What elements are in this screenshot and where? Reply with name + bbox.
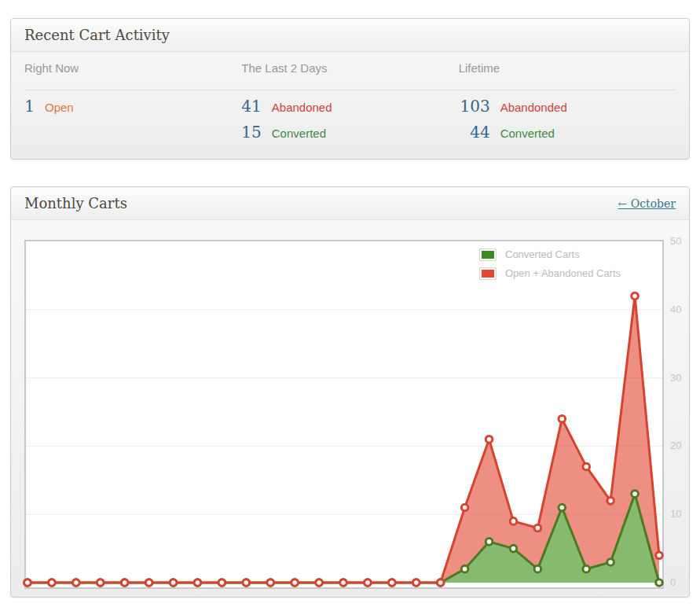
chart-plot-area[interactable]: Converted CartsOpen + Abandoned Carts bbox=[24, 240, 664, 589]
data-point-marker[interactable] bbox=[486, 539, 493, 546]
data-point-marker[interactable] bbox=[170, 579, 177, 587]
legend-label: Converted Carts bbox=[505, 248, 580, 260]
data-point-marker[interactable] bbox=[49, 579, 56, 587]
data-point-marker[interactable] bbox=[412, 579, 420, 587]
data-point-marker[interactable] bbox=[316, 579, 323, 587]
y-axis-tick-label: 30 bbox=[670, 372, 694, 384]
data-point-marker[interactable] bbox=[510, 545, 517, 552]
y-axis-tick-label: 50 bbox=[670, 235, 694, 247]
previous-month-link[interactable]: ← October bbox=[618, 197, 676, 210]
stat-row: 44Converted bbox=[459, 123, 676, 143]
column-header-right-now: Right Now bbox=[24, 61, 241, 75]
stat-label: Converted bbox=[272, 127, 326, 140]
stat-value: 103 bbox=[459, 97, 490, 116]
data-point-marker[interactable] bbox=[437, 579, 444, 587]
stat-value: 15 bbox=[241, 123, 261, 142]
data-point-marker[interactable] bbox=[145, 579, 152, 587]
stat-label: Abandonded bbox=[500, 101, 567, 114]
recent-cart-activity-header: Recent Cart Activity bbox=[11, 19, 689, 52]
data-point-marker[interactable] bbox=[461, 565, 468, 572]
stat-label: Converted bbox=[500, 127, 555, 140]
data-point-marker[interactable] bbox=[218, 579, 225, 587]
data-point-marker[interactable] bbox=[291, 579, 299, 587]
monthly-carts-panel: Monthly Carts ← October Converted CartsO… bbox=[10, 186, 690, 598]
column-header-lifetime: Lifetime bbox=[459, 61, 676, 75]
data-point-marker[interactable] bbox=[267, 579, 274, 587]
recent-cart-activity-panel: Recent Cart Activity Right Now The Last … bbox=[10, 18, 690, 160]
data-point-marker[interactable] bbox=[559, 415, 566, 422]
stat-row: 103Abandonded bbox=[459, 97, 676, 117]
data-point-marker[interactable] bbox=[583, 463, 590, 470]
data-point-marker[interactable] bbox=[656, 552, 663, 559]
data-point-marker[interactable] bbox=[607, 498, 614, 505]
data-point-marker[interactable] bbox=[194, 579, 201, 587]
data-point-marker[interactable] bbox=[656, 579, 663, 587]
data-point-marker[interactable] bbox=[340, 579, 347, 587]
column-header-last-2-days: The Last 2 Days bbox=[241, 61, 458, 75]
legend-label: Open + Abandoned Carts bbox=[505, 267, 621, 279]
data-point-marker[interactable] bbox=[510, 518, 517, 525]
data-point-marker[interactable] bbox=[632, 292, 639, 300]
legend-item: Converted Carts bbox=[480, 248, 621, 260]
recent-cart-activity-body: Right Now The Last 2 Days Lifetime 1Open… bbox=[11, 52, 689, 149]
data-point-marker[interactable] bbox=[534, 524, 541, 532]
y-axis-tick-label: 20 bbox=[670, 440, 694, 451]
legend-item: Open + Abandoned Carts bbox=[480, 267, 621, 279]
panel-title: Monthly Carts bbox=[24, 195, 127, 212]
stat-column-last-2-days: 41Abandoned 15Converted bbox=[241, 97, 458, 149]
legend-swatch bbox=[480, 268, 496, 279]
panel-title: Recent Cart Activity bbox=[24, 27, 170, 43]
stat-column-right-now: 1Open bbox=[24, 97, 241, 149]
chart-legend: Converted CartsOpen + Abandoned Carts bbox=[480, 248, 621, 286]
data-point-marker[interactable] bbox=[24, 579, 31, 587]
data-point-marker[interactable] bbox=[389, 579, 396, 587]
column-headers-row: Right Now The Last 2 Days Lifetime bbox=[24, 60, 676, 90]
data-point-marker[interactable] bbox=[365, 579, 372, 587]
stat-value: 1 bbox=[24, 97, 35, 116]
data-point-marker[interactable] bbox=[632, 491, 639, 498]
stat-row: 41Abandoned bbox=[241, 97, 458, 117]
stat-label: Open bbox=[45, 101, 74, 114]
y-axis-tick-label: 40 bbox=[670, 304, 694, 315]
data-point-marker[interactable] bbox=[583, 565, 590, 572]
data-point-marker[interactable] bbox=[486, 436, 493, 443]
data-point-marker[interactable] bbox=[559, 504, 566, 511]
monthly-carts-chart bbox=[26, 241, 662, 587]
data-point-marker[interactable] bbox=[73, 579, 80, 587]
stat-label: Abandoned bbox=[272, 101, 332, 114]
stat-row: 1Open bbox=[24, 97, 241, 117]
monthly-carts-header: Monthly Carts ← October bbox=[11, 187, 689, 220]
stat-value: 41 bbox=[241, 97, 261, 116]
y-axis-tick-label: 0 bbox=[670, 576, 694, 588]
data-point-marker[interactable] bbox=[121, 579, 128, 587]
stat-column-lifetime: 103Abandonded 44Converted bbox=[459, 97, 676, 149]
stat-row: 15Converted bbox=[241, 123, 458, 143]
data-point-marker[interactable] bbox=[607, 559, 614, 566]
data-point-marker[interactable] bbox=[534, 565, 541, 572]
data-point-marker[interactable] bbox=[243, 579, 250, 587]
stat-value: 44 bbox=[459, 123, 490, 142]
stats-row: 1Open 41Abandoned 15Converted 103Abandon… bbox=[24, 97, 676, 149]
y-axis-tick-label: 10 bbox=[670, 508, 694, 520]
legend-swatch bbox=[480, 249, 496, 260]
data-point-marker[interactable] bbox=[461, 504, 468, 511]
data-point-marker[interactable] bbox=[97, 579, 104, 587]
